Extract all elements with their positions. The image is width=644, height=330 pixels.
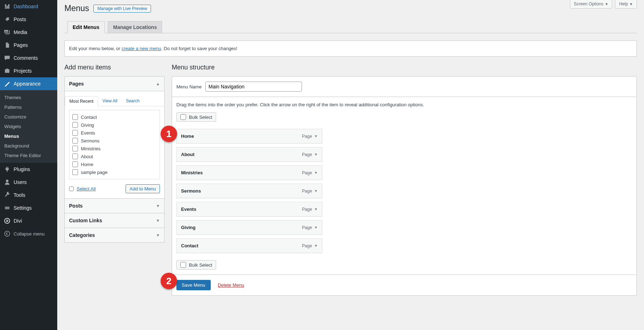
subtab-most-recent[interactable]: Most Recent: [65, 96, 98, 106]
sidebar-label: Divi: [14, 218, 22, 224]
sidebar-label: Appearance: [14, 81, 41, 87]
item-type-toggle[interactable]: Page▼: [302, 225, 318, 230]
nav-tabs: Edit Menus Manage Locations: [64, 21, 637, 33]
screen-options-toggle[interactable]: Screen Options▼: [570, 0, 613, 9]
page-title: Menus: [64, 4, 89, 13]
page-checkbox-sermons[interactable]: Sermons: [72, 137, 157, 145]
bulk-select-top[interactable]: Bulk Select: [176, 112, 216, 122]
info-text-prefix: Edit your menu below, or: [69, 46, 122, 51]
dashboard-icon: [4, 3, 11, 10]
sidebar-item-pages[interactable]: Pages: [0, 39, 57, 52]
subtab-view-all[interactable]: View All: [98, 96, 122, 106]
page-checkbox-giving[interactable]: Giving: [72, 121, 157, 129]
accordion-pages-header[interactable]: Pages ▲: [65, 77, 164, 91]
sidebar-item-comments[interactable]: Comments: [0, 52, 57, 64]
bulk-select-bottom[interactable]: Bulk Select: [176, 260, 216, 270]
accordion-title: Pages: [69, 81, 84, 87]
plugin-icon: [4, 166, 11, 173]
sidebar-item-projects[interactable]: Projects: [0, 64, 57, 77]
accordion-posts-header[interactable]: Posts ▼: [65, 199, 164, 213]
tab-manage-locations[interactable]: Manage Locations: [108, 21, 162, 33]
subitem-customize[interactable]: Customize: [0, 112, 57, 122]
accordion-custom-links-header[interactable]: Custom Links ▼: [65, 213, 164, 228]
accordion-categories-header[interactable]: Categories ▼: [65, 228, 164, 242]
media-icon: [4, 29, 11, 36]
sidebar-item-posts[interactable]: Posts: [0, 13, 57, 26]
menu-name-input[interactable]: [205, 82, 302, 92]
menu-item-about[interactable]: AboutPage▼: [176, 147, 322, 162]
caret-down-icon: ▼: [314, 244, 318, 248]
collapse-icon: [4, 230, 11, 237]
tab-edit-menus[interactable]: Edit Menus: [67, 21, 105, 33]
item-type-toggle[interactable]: Page▼: [302, 134, 318, 139]
caret-down-icon: ▼: [156, 218, 160, 223]
sidebar-item-settings[interactable]: Settings: [0, 202, 57, 214]
sidebar-label: Tools: [14, 192, 25, 198]
collapse-menu[interactable]: Collapse menu: [0, 227, 57, 240]
select-all-pages[interactable]: Select All: [69, 186, 96, 191]
save-menu-button[interactable]: Save Menu: [176, 280, 211, 290]
item-type-toggle[interactable]: Page▼: [302, 170, 318, 175]
menu-item-giving[interactable]: GivingPage▼: [176, 220, 322, 235]
sidebar-item-media[interactable]: Media: [0, 26, 57, 39]
sidebar-label: Dashboard: [14, 4, 38, 9]
subitem-widgets[interactable]: Widgets: [0, 122, 57, 131]
pin-icon: [4, 16, 11, 23]
live-preview-button[interactable]: Manage with Live Preview: [93, 5, 151, 13]
subitem-menus[interactable]: Menus: [0, 131, 57, 141]
sidebar-label: Plugins: [14, 166, 30, 172]
info-text-suffix: . Do not forget to save your changes!: [161, 46, 237, 51]
item-type-toggle[interactable]: Page▼: [302, 189, 318, 194]
caret-down-icon: ▼: [156, 233, 160, 237]
sidebar-item-plugins[interactable]: Plugins: [0, 163, 57, 176]
page-checkbox-ministries[interactable]: Ministries: [72, 145, 157, 152]
menu-structure-panel: Menu Name Drag the items into the order …: [172, 76, 637, 296]
page-checkbox-home[interactable]: Home: [72, 160, 157, 168]
collapse-label: Collapse menu: [14, 231, 45, 237]
sidebar-item-dashboard[interactable]: Dashboard: [0, 0, 57, 13]
sidebar-label: Comments: [14, 55, 38, 61]
menu-items-list: HomePage▼ AboutPage▼ MinistriesPage▼ Ser…: [176, 129, 632, 253]
caret-down-icon: ▼: [314, 171, 318, 175]
settings-icon: [4, 204, 11, 212]
subtab-search[interactable]: Search: [122, 96, 144, 106]
sidebar-label: Projects: [14, 68, 32, 74]
sidebar-label: Posts: [14, 16, 26, 22]
menu-item-home[interactable]: HomePage▼: [176, 129, 322, 144]
add-to-menu-button[interactable]: Add to Menu: [126, 184, 160, 193]
subitem-patterns[interactable]: Patterns: [0, 102, 57, 112]
subitem-themes[interactable]: Themes: [0, 93, 57, 102]
sidebar-item-tools[interactable]: Tools: [0, 189, 57, 202]
create-new-menu-link[interactable]: create a new menu: [122, 46, 161, 51]
info-bar: Edit your menu below, or create a new me…: [64, 40, 637, 57]
admin-sidebar: Dashboard Posts Media Pages Comments Pro…: [0, 0, 57, 330]
page-checkbox-events[interactable]: Events: [72, 129, 157, 137]
sidebar-item-appearance[interactable]: Appearance: [0, 77, 57, 90]
page-checkbox-about[interactable]: About: [72, 152, 157, 160]
delete-menu-link[interactable]: Delete Menu: [218, 282, 244, 288]
appearance-submenu: Themes Patterns Customize Widgets Menus …: [0, 90, 57, 163]
subitem-theme-file-editor[interactable]: Theme File Editor: [0, 151, 57, 160]
divi-icon: [4, 217, 11, 224]
menu-item-ministries[interactable]: MinistriesPage▼: [176, 165, 322, 180]
menu-item-contact[interactable]: ContactPage▼: [176, 238, 322, 253]
svg-point-1: [5, 231, 10, 236]
chevron-down-icon: ▼: [629, 2, 633, 6]
help-toggle[interactable]: Help▼: [615, 0, 637, 9]
menu-item-sermons[interactable]: SermonsPage▼: [176, 184, 322, 198]
user-icon: [4, 179, 11, 186]
subitem-background[interactable]: Background: [0, 141, 57, 151]
sidebar-item-divi[interactable]: Divi: [0, 214, 57, 227]
sidebar-item-users[interactable]: Users: [0, 176, 57, 189]
item-type-toggle[interactable]: Page▼: [302, 243, 318, 248]
item-type-toggle[interactable]: Page▼: [302, 152, 318, 157]
page-checkbox-contact[interactable]: Contact: [72, 113, 157, 121]
page-checkbox-sample-page[interactable]: sample page: [72, 168, 157, 176]
annotation-marker-1: 1: [161, 126, 177, 142]
menu-item-events[interactable]: EventsPage▼: [176, 202, 322, 217]
pages-checklist: Contact Giving Events Sermons Ministries…: [69, 110, 160, 179]
sidebar-label: Users: [14, 179, 27, 185]
caret-down-icon: ▼: [314, 207, 318, 211]
item-type-toggle[interactable]: Page▼: [302, 207, 318, 212]
accordion-title: Custom Links: [69, 218, 102, 223]
